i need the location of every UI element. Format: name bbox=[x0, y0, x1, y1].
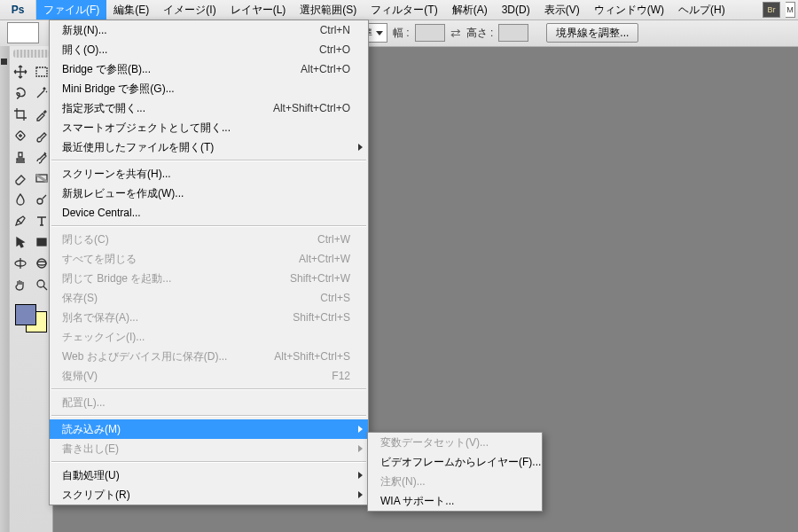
menu-entry[interactable]: 指定形式で開く...Alt+Shift+Ctrl+O bbox=[50, 98, 368, 118]
height-label: 高さ : bbox=[466, 26, 494, 41]
height-field[interactable] bbox=[498, 24, 528, 42]
swap-icon[interactable]: ⇄ bbox=[450, 26, 461, 40]
menu-entry: 閉じる(C)Ctrl+W bbox=[50, 230, 368, 249]
menu-item[interactable]: 編集(E) bbox=[106, 0, 156, 20]
menu-entry: 変数データセット(V)... bbox=[368, 433, 542, 452]
menu-entry[interactable]: ビデオフレームからレイヤー(F)... bbox=[368, 452, 542, 472]
healing-tool[interactable] bbox=[10, 125, 31, 146]
menu-separator bbox=[51, 225, 366, 227]
menu-entry: 別名で保存(A)...Shift+Ctrl+S bbox=[50, 308, 368, 327]
submenu-arrow-icon bbox=[358, 426, 363, 433]
svg-point-7 bbox=[37, 262, 46, 265]
svg-point-8 bbox=[37, 280, 44, 287]
menu-entry: 配置(L)... bbox=[50, 393, 368, 412]
menu-entry: Web およびデバイス用に保存(D)...Alt+Shift+Ctrl+S bbox=[50, 347, 368, 366]
submenu-arrow-icon bbox=[358, 472, 363, 479]
menu-separator bbox=[51, 461, 366, 463]
lasso-tool[interactable] bbox=[10, 82, 31, 104]
menu-entry[interactable]: Mini Bridge で参照(G)... bbox=[50, 79, 368, 98]
menu-entry[interactable]: 開く(O)...Ctrl+O bbox=[50, 40, 368, 59]
menu-entry[interactable]: Device Central... bbox=[50, 203, 368, 223]
menu-item[interactable]: イメージ(I) bbox=[156, 0, 223, 20]
menu-entry: 保存(S)Ctrl+S bbox=[50, 288, 368, 308]
menu-item[interactable]: 選択範囲(S) bbox=[293, 0, 364, 20]
menu-entry[interactable]: 自動処理(U) bbox=[50, 466, 368, 485]
menu-entry: チェックイン(I)... bbox=[50, 327, 368, 347]
submenu-arrow-icon bbox=[358, 491, 363, 498]
menu-item[interactable]: 3D(D) bbox=[495, 0, 537, 20]
menu-entry: 書き出し(E) bbox=[50, 439, 368, 458]
menu-separator bbox=[51, 388, 366, 390]
menu-item[interactable]: ウィンドウ(W) bbox=[587, 0, 671, 20]
menu-entry: 復帰(V)F12 bbox=[50, 366, 368, 386]
menu-entry[interactable]: スクリプト(R) bbox=[50, 485, 368, 505]
menu-entry[interactable]: スクリーンを共有(H)... bbox=[50, 164, 368, 184]
width-field[interactable] bbox=[415, 24, 445, 42]
menu-item[interactable]: ファイル(F) bbox=[36, 0, 106, 20]
svg-point-3 bbox=[37, 199, 43, 204]
pen-tool[interactable] bbox=[10, 210, 31, 231]
refine-edge-button[interactable]: 境界線を調整... bbox=[546, 23, 638, 43]
crop-tool[interactable] bbox=[10, 104, 31, 125]
submenu-arrow-icon bbox=[358, 144, 363, 151]
menu-entry[interactable]: 新規レビューを作成(W)... bbox=[50, 184, 368, 203]
app-logo: Ps bbox=[0, 0, 36, 20]
menu-item[interactable]: ヘルプ(H) bbox=[671, 0, 732, 20]
menu-entry[interactable]: 最近使用したファイルを開く(T) bbox=[50, 137, 368, 157]
toolbox-grip[interactable] bbox=[13, 50, 49, 58]
width-label: 幅 : bbox=[393, 26, 410, 41]
menu-entry[interactable]: スマートオブジェクトとして開く... bbox=[50, 118, 368, 137]
submenu-arrow-icon bbox=[358, 445, 363, 452]
color-swatches[interactable] bbox=[13, 302, 49, 334]
stamp-tool[interactable] bbox=[10, 146, 31, 168]
menu-entry: すべてを閉じるAlt+Ctrl+W bbox=[50, 249, 368, 269]
menu-entry[interactable]: 新規(N)...Ctrl+N bbox=[50, 20, 368, 40]
menubar: Ps ファイル(F)編集(E)イメージ(I)レイヤー(L)選択範囲(S)フィルタ… bbox=[0, 0, 798, 20]
active-tool-preview[interactable] bbox=[7, 22, 39, 43]
menu-separator bbox=[51, 160, 366, 161]
svg-rect-0 bbox=[36, 67, 47, 76]
menu-item[interactable]: レイヤー(L) bbox=[223, 0, 293, 20]
bridge-badge[interactable]: Br bbox=[763, 2, 780, 18]
svg-point-6 bbox=[37, 259, 46, 268]
foreground-swatch[interactable] bbox=[15, 304, 36, 325]
toolbox bbox=[9, 46, 53, 532]
svg-rect-4 bbox=[37, 239, 46, 246]
hand-tool[interactable] bbox=[10, 274, 31, 295]
import-submenu-dropdown: 変数データセット(V)...ビデオフレームからレイヤー(F)...注釈(N)..… bbox=[367, 432, 543, 512]
path-select-tool[interactable] bbox=[10, 231, 31, 253]
menu-item[interactable]: フィルター(T) bbox=[364, 0, 444, 20]
eraser-tool[interactable] bbox=[10, 168, 31, 189]
menu-entry[interactable]: 読み込み(M) bbox=[50, 419, 368, 439]
menu-entry[interactable]: Bridge で参照(B)...Alt+Ctrl+O bbox=[50, 59, 368, 79]
menu-separator bbox=[51, 415, 366, 417]
menu-entry: 閉じて Bridge を起動...Shift+Ctrl+W bbox=[50, 269, 368, 288]
move-tool[interactable] bbox=[10, 61, 31, 82]
blur-tool[interactable] bbox=[10, 189, 31, 210]
menu-entry: 注釈(N)... bbox=[368, 472, 542, 491]
3d-rotate-tool[interactable] bbox=[10, 253, 31, 274]
menu-item[interactable]: 表示(V) bbox=[537, 0, 587, 20]
minibridge-badge[interactable]: M bbox=[786, 2, 795, 18]
menu-item[interactable]: 解析(A) bbox=[445, 0, 495, 20]
file-menu-dropdown: 新規(N)...Ctrl+N開く(O)...Ctrl+OBridge で参照(B… bbox=[49, 20, 369, 505]
menu-entry[interactable]: WIA サポート... bbox=[368, 491, 542, 511]
